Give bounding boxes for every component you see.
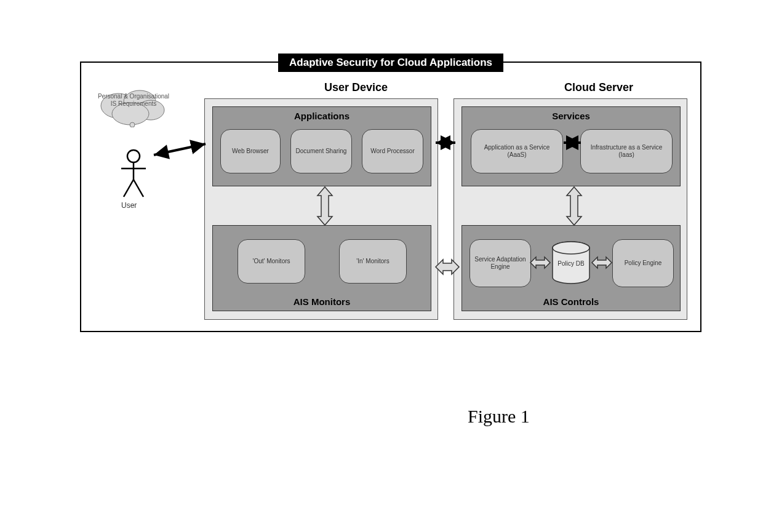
svg-point-12 (553, 242, 589, 254)
diagram-title: Adaptive Security for Cloud Applications (278, 54, 503, 72)
user-label: User (121, 201, 137, 210)
svg-line-10 (134, 180, 143, 197)
column-title-cloud-server: Cloud Server (564, 81, 633, 94)
cloud-server-column: Services Application as a Service (AaaS)… (453, 98, 687, 320)
svg-point-4 (130, 122, 135, 127)
svg-line-9 (124, 180, 134, 197)
applications-panel: Applications Web Browser Document Sharin… (212, 106, 431, 186)
policy-db-cylinder-icon: Policy DB (549, 240, 593, 286)
node-aaas: Application as a Service (AaaS) (471, 129, 563, 173)
services-title: Services (462, 111, 680, 121)
ais-monitors-title: AIS Monitors (213, 296, 431, 307)
user-icon (115, 149, 152, 198)
node-word-processor: Word Processor (362, 129, 423, 173)
node-out-monitors: 'Out' Monitors (238, 239, 305, 284)
column-title-user-device: User Device (324, 81, 388, 94)
thought-cloud-icon: Personal & Organisational IS Requirement… (97, 84, 170, 127)
thought-cloud-text: Personal & Organisational IS Requirement… (97, 93, 170, 107)
svg-point-6 (127, 150, 140, 162)
node-service-adaptation-engine: Service Adaptation Engine (469, 239, 531, 287)
svg-line-13 (154, 144, 206, 155)
diagram-frame: Adaptive Security for Cloud Applications… (80, 62, 701, 332)
services-panel: Services Application as a Service (AaaS)… (461, 106, 681, 186)
applications-title: Applications (213, 111, 431, 121)
node-iaas: Infrastructure as a Service (Iaas) (580, 129, 673, 173)
ais-controls-panel: Service Adaptation Engine Policy DB Poli… (461, 225, 681, 311)
node-in-monitors: 'In' Monitors (339, 239, 407, 284)
user-device-column: Applications Web Browser Document Sharin… (204, 98, 438, 320)
node-policy-engine: Policy Engine (612, 239, 674, 287)
arrow-user-applications (149, 137, 210, 161)
node-web-browser: Web Browser (220, 129, 281, 173)
ais-monitors-panel: 'Out' Monitors 'In' Monitors AIS Monitor… (212, 225, 431, 311)
figure-caption: Figure 1 (468, 406, 530, 427)
ais-controls-title: AIS Controls (462, 296, 680, 307)
node-document-sharing: Document Sharing (290, 129, 352, 173)
policy-db-label: Policy DB (549, 260, 593, 267)
